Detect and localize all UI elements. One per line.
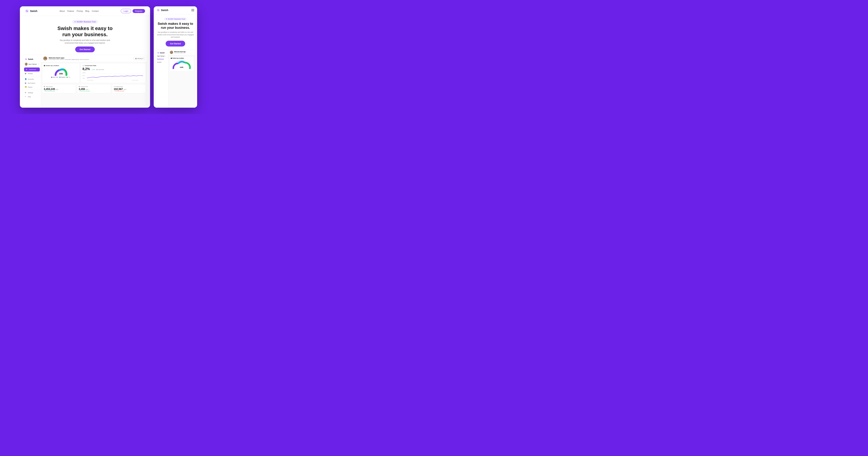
donut-chart-container: 100k View New York England	[44, 67, 78, 78]
legend-england: England	[59, 77, 66, 78]
hero-title-line1: Swish makes it easy to	[57, 26, 113, 31]
sidebar-label-help: Help	[28, 96, 31, 97]
sidebar-item-analytic[interactable]: ▦ Analytic	[23, 72, 41, 76]
accounts-icon: 👤	[25, 78, 27, 80]
sidebar-divider2	[23, 90, 41, 90]
mobile-sidebar: Swish Agus Mgingn ▾ Dashboard Analytic	[156, 50, 168, 108]
sidebar-item-settings[interactable]: ⚙ Settings	[23, 91, 41, 95]
mobile-user-chevron: ▾	[165, 56, 165, 57]
trust-badge: ✦ 55,000+ Business Trust	[72, 20, 98, 24]
mobile-logo-icon	[157, 8, 160, 12]
calendar-icon: ▦	[135, 58, 137, 59]
income-icon: ▦	[44, 86, 45, 87]
get-started-button[interactable]: Get Started	[75, 47, 95, 52]
chart-legend: New York England +2...	[51, 77, 71, 78]
sidebar-item-myproduct[interactable]: ▣ My Product	[23, 81, 41, 85]
sidebar-item-help[interactable]: ? Help	[23, 95, 41, 98]
weekly-period-badge[interactable]: ▦ Weekly ▾	[134, 57, 145, 60]
mobile-sidebar-dashboard[interactable]: Dashboard	[156, 58, 168, 61]
nav-about[interactable]: About	[60, 10, 65, 12]
mobile-nav: Swish	[154, 6, 197, 14]
sidebar-item-dashboard[interactable]: ⊞ Dashboard	[24, 67, 40, 72]
stats-row: ▦ Total Income 3,453,245 USD ↑ 2.24% tha…	[41, 84, 147, 94]
sidebar-user[interactable]: Agus Mgingn ▾	[23, 61, 41, 67]
hero-section: ✦ 55,000+ Business Trust Swish makes it …	[20, 16, 150, 55]
view-icon: ◎	[114, 86, 115, 87]
mobile-logo[interactable]: Swish	[157, 8, 168, 12]
mobile-hero-subtitle: Say goodbye to complexity and hello to a…	[157, 31, 194, 38]
mobile-card: Swish ✦ 55,000+ Business Trust Swish mak…	[154, 6, 197, 108]
sold-icon: ▣	[79, 86, 80, 87]
chart-date-end: 09-06-2024	[132, 80, 138, 81]
conversion-value: 8,2%	[83, 67, 90, 71]
nav-contact[interactable]: Contact	[92, 10, 98, 12]
stat-income-change: ↑ 2.24% than last week	[44, 90, 74, 91]
legend-dot-more	[66, 77, 68, 78]
stat-income-value: 3,453,245 USD	[44, 88, 74, 90]
legend-new-york: New York	[51, 77, 58, 78]
welcome-subtitle: Lorem ipsum dolor sit amet, consectetur …	[49, 59, 89, 60]
hamburger-menu[interactable]	[191, 9, 194, 11]
login-button[interactable]: Login	[121, 9, 131, 13]
welcome-text: Welcome back Agus Lorem ipsum dolor sit …	[49, 57, 89, 60]
svg-point-5	[44, 59, 46, 60]
mobile-orders-chart: ▦ Orders by Location 100k	[169, 56, 194, 72]
sidebar-chevron-icon: ▾	[38, 63, 39, 65]
stat-sold-title: ▣ Product Sold	[79, 86, 109, 87]
mobile-sparkle-icon: ✦	[166, 18, 167, 20]
mobile-dashboard-preview: Swish Agus Mgingn ▾ Dashboard Analytic W…	[156, 49, 195, 108]
stat-sold-change: ↑ 2.14% than last week	[79, 90, 109, 91]
stat-total-income: ▦ Total Income 3,453,245 USD ↑ 2.24% tha…	[42, 84, 76, 93]
legend-dot-england	[59, 77, 60, 78]
donut-chart-svg: 100k View	[54, 67, 68, 76]
stat-product-sold: ▣ Product Sold 3,456 UNIT ↑ 2.14% than l…	[77, 84, 111, 93]
nav-pricing[interactable]: Pricing	[77, 10, 83, 12]
hamburger-line1	[191, 9, 194, 9]
sidebar-logo: Swish	[23, 57, 41, 61]
charts-row: ▦ Orders by Location 100k View	[41, 62, 147, 84]
sidebar-label-myproduct: My Product	[28, 82, 35, 84]
orders-chart-title: ▦ Orders by Location	[44, 65, 78, 66]
register-button[interactable]: Register	[132, 9, 145, 13]
chevron-down-icon: ▾	[143, 58, 143, 59]
hero-title: Swish makes it easy to run your business…	[27, 25, 143, 37]
mobile-sidebar-logo: Swish	[156, 51, 168, 55]
hero-subtitle: Say goodbye to complexity and hello to a…	[58, 39, 112, 44]
svg-point-3	[25, 64, 27, 65]
sidebar-item-payout[interactable]: 💳 Payout	[23, 85, 41, 89]
svg-point-4	[44, 57, 46, 59]
mobile-sidebar-analytic[interactable]: Analytic	[156, 61, 168, 64]
stat-sold-value: 3,456 UNIT	[79, 88, 109, 90]
sidebar-label-accounts: Accounts	[28, 78, 34, 80]
svg-text:View: View	[60, 75, 62, 76]
sidebar-item-accounts[interactable]: 👤 Accounts	[23, 77, 41, 81]
help-icon: ?	[25, 96, 27, 97]
sidebar-label-payout: Payout	[28, 86, 32, 88]
mobile-welcome-greeting: Welcome back Agu	[174, 51, 186, 52]
sidebar-logo-text: Swish	[28, 58, 33, 60]
stat-view-change: ↓ 4.9% than last week	[114, 90, 144, 91]
mobile-logo-text: Swish	[161, 9, 168, 11]
svg-point-2	[26, 63, 27, 64]
mobile-trust-badge: ✦ 55,000+ Business Trust	[164, 18, 187, 21]
product-icon: ▣	[25, 82, 27, 84]
mobile-welcome-avatar	[170, 51, 173, 54]
desktop-nav: Swish About Feature Pricing Blog Contact…	[20, 6, 150, 16]
nav-blog[interactable]: Blog	[85, 10, 89, 12]
period-label: Weekly	[137, 58, 142, 59]
mobile-sidebar-logo-icon	[157, 52, 159, 54]
stat-product-view: ◎ Product View 102,567 UNIT ↓ 4.9% than …	[112, 84, 146, 93]
user-avatar	[25, 63, 28, 65]
svg-text:5%: 5%	[83, 75, 85, 76]
conversion-icon: 📈	[83, 65, 84, 66]
logo[interactable]: Swish	[25, 9, 37, 13]
main-content: Welcome back Agus Lorem ipsum dolor sit …	[41, 55, 147, 108]
mobile-get-started-button[interactable]: Get Started	[166, 41, 185, 47]
welcome-avatar	[43, 56, 47, 60]
nav-feature[interactable]: Feature	[67, 10, 74, 12]
hamburger-line2	[191, 10, 194, 10]
line-chart-svg: 25% 5% 0% 09-06-2024 09-06-2024	[83, 72, 144, 81]
hero-title-line2: run your business.	[62, 32, 108, 37]
stat-view-title: ◎ Product View	[114, 86, 144, 87]
dashboard-icon: ⊞	[26, 68, 28, 70]
